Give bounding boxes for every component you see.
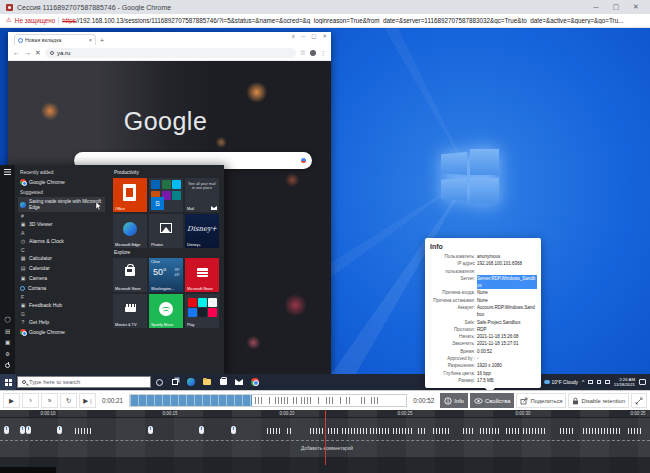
keyboard-events-cluster[interactable] xyxy=(560,428,574,434)
start-button[interactable] xyxy=(0,374,16,390)
remote-maximize-button[interactable]: ▢ xyxy=(311,33,316,39)
user-account-icon[interactable]: ◯ xyxy=(4,317,10,323)
tile-play[interactable]: Play xyxy=(185,294,219,328)
taskbar-edge-button[interactable] xyxy=(183,374,199,390)
site-info-icon[interactable] xyxy=(50,51,54,55)
app-list-item-calendar[interactable]: ▤ Calendar xyxy=(18,263,105,273)
stop-icon[interactable]: ✕ xyxy=(35,49,41,56)
browser-menu-icon[interactable]: ⋮ xyxy=(320,49,326,56)
event-timeline[interactable]: 0:00:10 0:00:15 0:00:20 0:00:25 0:00:30 … xyxy=(0,410,650,473)
remote-minimize-button[interactable]: ─ xyxy=(301,33,305,39)
app-list-letter[interactable]: F xyxy=(18,293,105,300)
keyboard-events-cluster[interactable] xyxy=(287,428,291,434)
progress-bar[interactable] xyxy=(129,394,407,407)
back-icon[interactable]: ← xyxy=(13,49,20,56)
maximize-button[interactable] xyxy=(608,3,624,11)
keyboard-events-cluster[interactable] xyxy=(583,428,621,434)
keyboard-events-cluster[interactable] xyxy=(523,428,546,434)
tile-weather[interactable]: Clear 50° 39°43° Washington... xyxy=(149,258,183,292)
mouse-event-marker[interactable] xyxy=(199,426,204,434)
taskbar-store-button[interactable] xyxy=(215,374,231,390)
hidden-icons-chevron[interactable]: ^ xyxy=(582,379,584,385)
minimize-button[interactable] xyxy=(588,4,604,11)
keyboard-events-cluster[interactable] xyxy=(433,428,451,434)
keyboard-events-cluster[interactable] xyxy=(628,428,642,434)
keyboard-events-cluster[interactable] xyxy=(463,428,475,434)
app-list-item-alarms[interactable]: ◷ Alarms & Clock xyxy=(18,236,105,246)
security-warning-label[interactable]: Не защищено xyxy=(15,17,55,24)
tray-icon[interactable] xyxy=(605,380,610,385)
app-list-item-3d-viewer[interactable]: ▣ 3D Viewer xyxy=(18,219,105,229)
documents-icon[interactable]: ▤ xyxy=(5,329,10,335)
app-list-item-feedback-hub[interactable]: ▣ Feedback Hub xyxy=(18,300,105,310)
profile-avatar[interactable] xyxy=(310,50,316,56)
action-center-icon[interactable] xyxy=(639,379,646,385)
tray-icon[interactable] xyxy=(588,380,593,385)
tray-icon[interactable] xyxy=(597,380,602,385)
info-button[interactable]: Info xyxy=(440,393,468,408)
tile-mail[interactable]: See all your mail in one place Mail xyxy=(185,178,219,212)
tray-weather[interactable]: 10°F Cloudy xyxy=(544,380,578,385)
keyboard-events-cluster[interactable] xyxy=(506,428,520,434)
pictures-icon[interactable]: ▣ xyxy=(5,340,10,346)
keyboard-events-cluster[interactable] xyxy=(418,428,427,434)
properties-button[interactable]: Свойства xyxy=(470,393,514,408)
app-list-letter[interactable]: A xyxy=(18,229,105,236)
app-list-item-calculator[interactable]: ▦ Calculator xyxy=(18,253,105,263)
new-tab-button[interactable]: + xyxy=(100,37,104,44)
play-button[interactable]: ▶ xyxy=(3,393,20,408)
url-text[interactable]: https//192.168.100.13/sessions/111689270… xyxy=(62,17,644,24)
power-icon[interactable] xyxy=(5,363,10,368)
add-comment-button[interactable]: Добавить комментарий xyxy=(301,446,353,451)
mouse-event-marker[interactable] xyxy=(20,426,25,434)
tile-office-apps[interactable]: S xyxy=(149,178,183,212)
taskbar-explorer-button[interactable] xyxy=(199,374,215,390)
mouse-event-marker[interactable] xyxy=(4,426,9,434)
address-bar[interactable]: ⚠ Не защищено https//192.168.100.13/sess… xyxy=(0,14,650,28)
tile-office[interactable]: Office xyxy=(113,178,147,212)
disable-retention-button[interactable]: Disable retention xyxy=(568,393,629,408)
mouse-event-marker[interactable] xyxy=(231,426,236,434)
keyboard-events-cluster[interactable] xyxy=(342,428,367,434)
voice-search-icon[interactable] xyxy=(301,158,306,163)
skip-to-end-button[interactable]: ▶| xyxy=(79,393,96,408)
remote-close-button[interactable]: ✕ xyxy=(322,33,327,39)
tab-close-icon[interactable]: × xyxy=(89,37,92,43)
replay-button[interactable]: ↻ xyxy=(60,393,77,408)
keyboard-events-cluster[interactable] xyxy=(480,428,500,434)
close-button[interactable] xyxy=(628,3,644,11)
app-list-item-camera[interactable]: ▣ Camera xyxy=(18,273,105,283)
share-button[interactable]: Поделиться xyxy=(516,393,566,408)
app-list-item-get-help[interactable]: ? Get Help xyxy=(18,317,105,327)
tile-photos[interactable]: Photos xyxy=(149,214,183,248)
app-list-item-edge-suggested[interactable]: Saving made simple with Microsoft Edge xyxy=(18,197,105,212)
step-forward-button[interactable]: › xyxy=(22,393,39,408)
forward-icon[interactable]: → xyxy=(24,49,31,56)
security-warning-icon[interactable]: ⚠ xyxy=(6,17,12,24)
mouse-event-marker[interactable] xyxy=(148,426,153,434)
taskbar-chrome-button[interactable] xyxy=(247,374,263,390)
app-list-item-chrome[interactable]: Google Chrome xyxy=(18,177,105,187)
tab-search-chevron-icon[interactable]: ∨ xyxy=(291,33,295,39)
mouse-event-marker[interactable] xyxy=(26,426,31,434)
bookmark-star-icon[interactable]: ☆ xyxy=(300,49,306,56)
playhead[interactable] xyxy=(325,410,326,465)
settings-icon[interactable]: ⚙ xyxy=(5,352,10,358)
fast-forward-button[interactable]: » xyxy=(41,393,58,408)
taskbar-cortana-button[interactable] xyxy=(151,374,167,390)
tile-movies-tv[interactable]: Movies & TV xyxy=(113,294,147,328)
clock[interactable]: 2:26 AM11/18/2021 xyxy=(614,377,635,388)
tile-edge[interactable]: Microsoft Edge xyxy=(113,214,147,248)
keyboard-events-cluster[interactable] xyxy=(267,428,280,434)
session-video-frame[interactable]: Новая вкладка × + ∨ ─ ▢ ✕ ← → ✕ ya.ru xyxy=(0,28,650,390)
omnibox[interactable]: ya.ru xyxy=(45,48,296,58)
browser-tab[interactable]: Новая вкладка × xyxy=(14,34,96,45)
hamburger-icon[interactable] xyxy=(4,169,11,170)
keyboard-events-cluster[interactable] xyxy=(75,428,91,434)
keyboard-events-cluster[interactable] xyxy=(310,428,338,434)
tile-microsoft-news[interactable]: Microsoft News xyxy=(185,258,219,292)
app-list-item-cortana[interactable]: Cortana xyxy=(18,283,105,293)
tile-spotify[interactable]: Spotify Music xyxy=(149,294,183,328)
app-list-letter[interactable]: C xyxy=(18,246,105,253)
keyboard-events-cluster[interactable] xyxy=(393,428,413,434)
